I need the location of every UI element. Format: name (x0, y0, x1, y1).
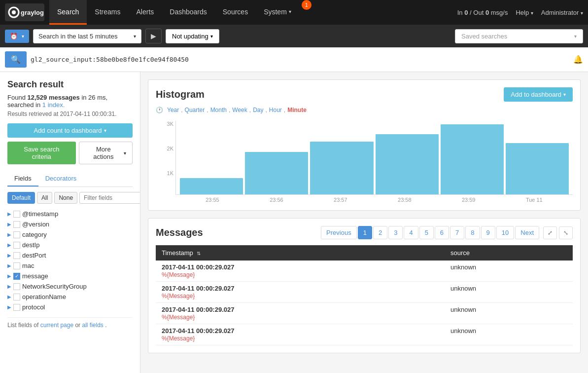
field-expand-icon[interactable]: ▶ (7, 263, 11, 268)
time-link-hour[interactable]: Hour (269, 107, 282, 113)
field-checkbox[interactable]: ✓ (13, 273, 20, 280)
more-actions-button[interactable]: More actions ▾ (79, 142, 133, 164)
field-checkbox[interactable] (13, 231, 20, 238)
nav-dashboards[interactable]: Dashboards (162, 0, 215, 25)
tab-decorators[interactable]: Decorators (38, 171, 84, 186)
page-button[interactable]: 5 (419, 226, 434, 239)
nav-alerts[interactable]: Alerts (128, 0, 162, 25)
message-timestamp: 2017-04-11 00:00:29.027 (162, 285, 439, 292)
expand-all-button[interactable]: ⤢ (543, 226, 557, 239)
field-name[interactable]: mac (22, 262, 35, 269)
filter-none-button[interactable]: None (54, 192, 77, 204)
message-link[interactable]: %{Message} (162, 335, 195, 342)
time-link-quarter[interactable]: Quarter (185, 107, 205, 113)
clock-icon: ⏰ (10, 33, 18, 40)
messages-header: Messages Previous12345678910Next ⤢ ⤡ (156, 226, 573, 239)
message-source: unknown (445, 282, 573, 303)
field-expand-icon[interactable]: ▶ (7, 232, 11, 237)
page-button[interactable]: 3 (388, 226, 403, 239)
field-name[interactable]: destPort (22, 252, 46, 259)
collapse-all-button[interactable]: ⤡ (559, 226, 573, 239)
message-link[interactable]: %{Message} (162, 293, 195, 299)
field-checkbox[interactable] (13, 262, 20, 269)
field-name[interactable]: category (22, 231, 47, 238)
time-link-year[interactable]: Year (167, 107, 179, 113)
field-expand-icon[interactable]: ▶ (7, 211, 11, 217)
field-name[interactable]: operationName (22, 293, 66, 300)
field-expand-icon[interactable]: ▶ (7, 294, 11, 299)
field-expand-icon[interactable]: ▶ (7, 273, 11, 279)
found-count: 12,529 (27, 94, 47, 101)
field-expand-icon[interactable]: ▶ (7, 304, 11, 310)
field-expand-icon[interactable]: ▶ (7, 284, 11, 289)
field-name[interactable]: @timestamp (22, 210, 58, 218)
admin-link[interactable]: Administrator ▾ (541, 9, 583, 16)
save-search-button[interactable]: Save search criteria (7, 142, 76, 164)
field-expand-icon[interactable]: ▶ (7, 253, 11, 258)
field-checkbox[interactable] (13, 294, 20, 300)
message-source: unknown (445, 324, 573, 345)
chart-x-label: 23:59 (462, 197, 476, 203)
nav-system[interactable]: System ▾ (256, 0, 299, 25)
time-link-week[interactable]: Week (232, 107, 247, 113)
time-mode-button[interactable]: ⏰ ▾ (5, 30, 29, 43)
time-link-day[interactable]: Day (253, 107, 263, 113)
current-page-link[interactable]: current page (40, 322, 73, 329)
chart-bar (506, 143, 569, 194)
chart-y-labels: 3K 2K 1K (156, 121, 173, 195)
tab-fields[interactable]: Fields (7, 171, 38, 186)
nav-sources[interactable]: Sources (215, 0, 256, 25)
prev-page-button[interactable]: Previous (321, 226, 357, 239)
nav-streams[interactable]: Streams (87, 0, 128, 25)
page-button[interactable]: 2 (373, 226, 387, 239)
query-input[interactable] (31, 56, 569, 63)
list-item: ▶ category (7, 229, 133, 240)
next-page-button[interactable]: Next (515, 226, 539, 239)
help-caret-icon: ▾ (531, 10, 533, 16)
field-name[interactable]: message (22, 272, 48, 280)
field-name[interactable]: NetworkSecurityGroup (22, 283, 87, 290)
field-name[interactable]: protocol (22, 303, 45, 311)
page-button[interactable]: 9 (481, 226, 495, 239)
histogram-title: Histogram (156, 89, 205, 100)
time-link-month[interactable]: Month (210, 107, 227, 113)
page-button[interactable]: 7 (450, 226, 464, 239)
all-fields-link[interactable]: all fields (82, 322, 103, 329)
index-link[interactable]: 1 index. (42, 101, 65, 109)
page-button[interactable]: 6 (435, 226, 449, 239)
message-link[interactable]: %{Message} (162, 271, 195, 278)
field-checkbox[interactable] (13, 221, 20, 228)
filter-all-button[interactable]: All (37, 192, 52, 204)
not-updating-button[interactable]: Not updating ▾ (166, 29, 219, 43)
help-link[interactable]: Help ▾ (516, 9, 533, 16)
time-range-select[interactable]: Search in the last 5 minutes ▾ (33, 29, 141, 43)
field-checkbox[interactable] (13, 283, 20, 290)
time-link-minute[interactable]: Minute (287, 107, 307, 113)
nav-search[interactable]: Search (49, 0, 87, 25)
field-checkbox[interactable] (13, 242, 20, 249)
page-button[interactable]: 1 (358, 226, 372, 239)
message-link[interactable]: %{Message} (162, 314, 195, 321)
field-name[interactable]: destIp (22, 241, 39, 249)
time-range-caret-icon: ▾ (134, 34, 136, 39)
filter-default-button[interactable]: Default (7, 192, 35, 204)
play-button[interactable]: ▶ (145, 29, 162, 43)
add-count-dashboard-button[interactable]: Add count to dashboard ▾ (7, 123, 133, 138)
field-expand-icon[interactable]: ▶ (7, 222, 11, 227)
add-to-dashboard-button[interactable]: Add to dashboard ▾ (504, 87, 573, 102)
filter-row: Default All None (7, 192, 133, 204)
field-name[interactable]: @version (22, 221, 49, 228)
field-checkbox[interactable] (13, 304, 20, 311)
search-button[interactable]: 🔍 (5, 51, 27, 68)
page-button[interactable]: 10 (496, 226, 514, 239)
more-actions-caret-icon: ▾ (124, 150, 126, 156)
field-checkbox[interactable] (13, 252, 20, 259)
field-expand-icon[interactable]: ▶ (7, 242, 11, 248)
filter-fields-input[interactable] (79, 192, 140, 204)
page-button[interactable]: 4 (404, 226, 418, 239)
page-button[interactable]: 8 (465, 226, 480, 239)
messages-card: Messages Previous12345678910Next ⤢ ⤡ Tim… (148, 218, 581, 353)
saved-searches-dropdown[interactable]: Saved searches ▾ (455, 29, 583, 43)
field-checkbox[interactable] (13, 211, 20, 218)
sidebar: Search result Found 12,529 messages in 2… (0, 72, 140, 373)
